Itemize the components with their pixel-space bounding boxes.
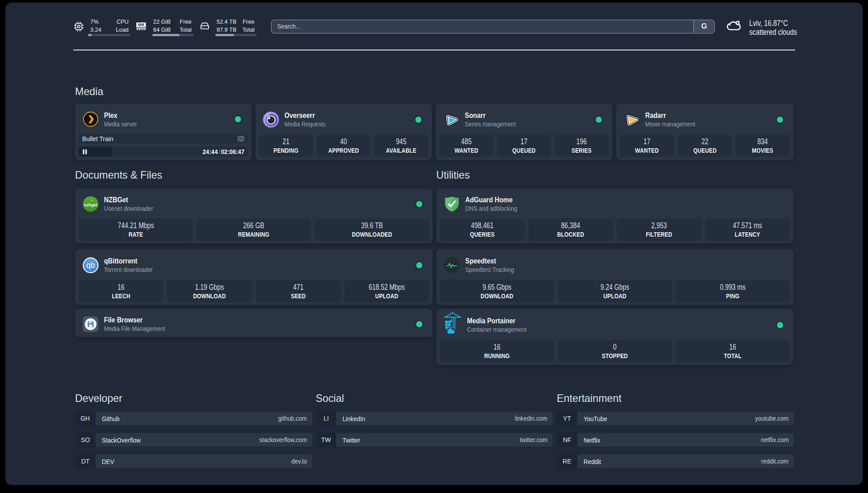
svg-text:nzbget: nzbget [84, 202, 97, 207]
svg-text:qb: qb [86, 261, 95, 270]
